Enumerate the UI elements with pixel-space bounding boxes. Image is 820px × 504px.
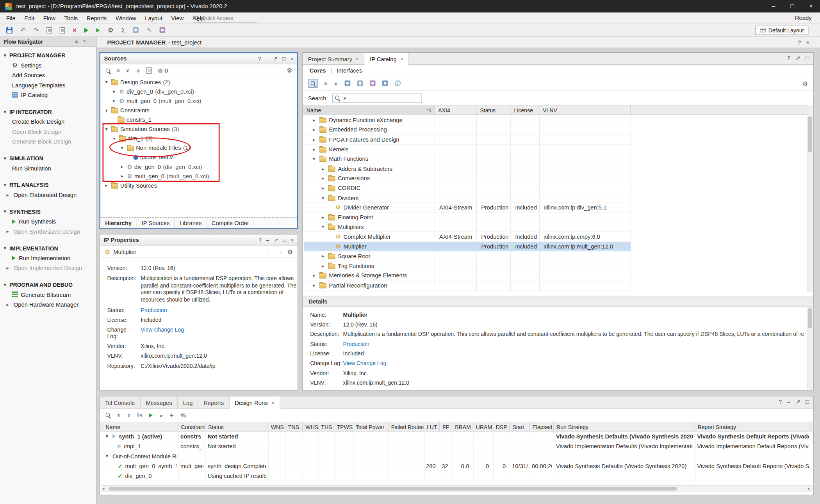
scroll-left-icon[interactable]: ▸ — [103, 486, 105, 491]
catalog-row-multiplier[interactable]: ⚙MultiplierProductionIncludedxilinx.com:… — [304, 242, 631, 252]
source-row-mult-gen-0[interactable]: ▸⚙mult_gen_0(mult_gen_0.xci) — [100, 171, 297, 181]
search-icon[interactable] — [105, 412, 111, 418]
column-header-total-power[interactable]: Total Power — [353, 422, 389, 431]
source-row-sim-1[interactable]: ▾sim_1(3) — [100, 134, 297, 143]
catalog-row-dividers[interactable]: ▾Dividers — [304, 193, 631, 203]
chevron-right-icon[interactable]: ▸ — [311, 147, 317, 152]
column-header-axi4[interactable]: AXI4 — [435, 106, 476, 115]
flow-section-header-rtl-analysis[interactable]: ▾RTL ANALYSIS — [0, 180, 96, 190]
chevron-down-icon[interactable]: ▾ — [103, 126, 109, 131]
run-row-out-of-context-module-runs[interactable]: ▾Out-of-Context Module Runs — [100, 451, 813, 461]
launch-runs-icon[interactable] — [149, 413, 153, 417]
close-tab-icon[interactable]: × — [271, 400, 275, 406]
prop-value[interactable]: Production — [141, 307, 298, 313]
layout-selector[interactable]: Default Layout — [755, 25, 808, 35]
step-forward-icon[interactable]: » — [160, 412, 163, 418]
tab-ip-catalog[interactable]: IP Catalog× — [365, 53, 409, 65]
chevron-down-icon[interactable]: ▾ — [104, 453, 110, 458]
catalog-row-embedded-processing[interactable]: ▸Embedded Processing — [304, 125, 631, 135]
flow-item-open-synthesized-design[interactable]: ▸Open Synthesized Design — [0, 226, 96, 236]
prop-value[interactable]: View Change Log — [141, 327, 298, 333]
chevron-right-icon[interactable]: ▸ — [320, 185, 326, 190]
chevron-right-icon[interactable]: ▸ — [111, 98, 117, 103]
source-row-design-sources[interactable]: ▾Design Sources(2) — [100, 77, 297, 87]
column-header-tpws[interactable]: TPWS — [334, 422, 353, 431]
search-input[interactable]: ▾ — [332, 93, 422, 103]
settings-gear-icon[interactable]: ⚙ — [287, 67, 292, 74]
run-row-div-gen-0[interactable]: ✓div_gen_0Using cached IP results — [100, 471, 813, 481]
close-tab-icon[interactable]: × — [356, 56, 359, 62]
flow-item-settings[interactable]: ⚙Settings — [0, 60, 96, 70]
flow-item-open-hardware-manager[interactable]: ▸Open Hardware Manager — [0, 299, 96, 309]
menu-flow[interactable]: Flow — [43, 15, 55, 21]
catalog-row-adders-subtracters[interactable]: ▸Adders & Subtracters — [304, 164, 631, 174]
column-header-report-strategy[interactable]: Report Strategy — [695, 422, 811, 431]
source-row-mult-gen-0[interactable]: ▸⚙mult_gen_0(mult_gen_0.xci) — [100, 96, 297, 105]
scrollbar-thumb[interactable] — [808, 117, 812, 152]
run-row-mult-gen-0-synth-1[interactable]: ✓mult_gen_0_synth_1mult_gen_0synth_desig… — [100, 461, 813, 471]
chevron-down-icon[interactable]: ▾ — [311, 156, 317, 161]
flow-section-header-program-and-debug[interactable]: ▾PROGRAM AND DEBUG — [0, 280, 96, 289]
flow-item-create-block-design[interactable]: Create Block Design — [0, 117, 96, 126]
catalog-row-floating-point[interactable]: ▸Floating Point — [304, 213, 631, 222]
run-row-impl-1[interactable]: impl_1constrs_1Not startedVivado Impleme… — [100, 442, 813, 451]
tab-design-runs[interactable]: Design Runs× — [230, 397, 280, 409]
add-sources-icon[interactable]: + — [136, 67, 140, 74]
source-row-simulation-sources[interactable]: ▾Simulation Sources(3) — [100, 124, 297, 134]
column-header-name[interactable]: Name — [103, 422, 178, 431]
maximize-panel-icon[interactable]: □ — [806, 399, 809, 405]
create-runs-icon[interactable]: + — [169, 412, 173, 418]
chevron-right-icon[interactable]: ▸ — [320, 166, 326, 171]
chevron-right-icon[interactable]: ▸ — [119, 174, 125, 179]
expand-all-icon[interactable]: » — [126, 413, 132, 417]
redo-icon[interactable]: ↷ — [34, 27, 39, 33]
flow-item-generate-bitstream[interactable]: Generate Bitstream — [0, 289, 96, 299]
help-icon[interactable]: ? — [787, 55, 790, 62]
details-vertical-scrollbar[interactable] — [807, 307, 813, 390]
expand-all-icon[interactable]: » — [125, 69, 131, 72]
column-header-status[interactable]: Status — [205, 422, 268, 431]
column-header-start[interactable]: Start — [510, 422, 530, 431]
quick-access-search[interactable]: Quick Access — [194, 14, 257, 22]
expand-all-icon[interactable]: » — [333, 82, 339, 85]
tab-project-summary[interactable]: Project Summary× — [303, 53, 364, 65]
flow-item-run-implementation[interactable]: Run Implementation — [0, 253, 96, 263]
help-icon[interactable]: ? — [779, 399, 782, 405]
menu-window[interactable]: Window — [116, 15, 136, 21]
tab-reports[interactable]: Reports — [198, 397, 230, 409]
settings-gear-icon[interactable]: ⚙ — [287, 248, 293, 255]
customize-ip-icon[interactable] — [370, 80, 376, 86]
collapse-all-icon[interactable]: « — [116, 69, 122, 72]
close-tab-icon[interactable]: × — [400, 56, 403, 62]
chevron-right-icon[interactable]: ▸ — [119, 164, 125, 169]
settings-gear-icon[interactable]: ⚙ — [802, 80, 808, 87]
catalog-row-partial-reconfiguration[interactable]: ▸Partial Reconfiguration — [304, 280, 631, 290]
column-header-tns[interactable]: TNS — [285, 422, 303, 431]
close-context-icon[interactable]: × — [806, 39, 810, 45]
catalog-row-trig-functions[interactable]: ▸Trig Functions — [304, 261, 631, 271]
catalog-row-kernels[interactable]: ▸Kernels — [304, 145, 631, 154]
settings-gear-icon[interactable]: ⚙ — [108, 27, 113, 33]
column-header-status[interactable]: Status — [476, 106, 510, 115]
flow-item-ip-catalog[interactable]: IP Catalog — [0, 90, 96, 99]
chevron-right-icon[interactable]: ▸ — [320, 263, 326, 268]
maximize-panel-icon[interactable]: □ — [283, 237, 286, 243]
flow-section-header-implementation[interactable]: ▾IMPLEMENTATION — [0, 243, 96, 253]
column-header-wns[interactable]: WNS — [268, 422, 285, 431]
menu-reports[interactable]: Reports — [87, 15, 107, 21]
flow-item-add-sources[interactable]: Add Sources — [0, 70, 96, 80]
flow-item-run-synthesis[interactable]: Run Synthesis — [0, 216, 96, 226]
chevron-right-icon[interactable]: ▸ — [320, 254, 326, 259]
close-window-icon[interactable]: × — [808, 3, 815, 10]
column-header-license[interactable]: License — [510, 106, 539, 115]
tab-log[interactable]: Log — [178, 397, 198, 409]
flow-section-header-project-manager[interactable]: ▾PROJECT MANAGER — [0, 51, 96, 60]
collapse-all-icon[interactable]: « — [116, 413, 122, 417]
catalog-vertical-scrollbar[interactable] — [807, 105, 813, 292]
ip-settings-icon[interactable] — [382, 80, 388, 86]
flow-item-language-templates[interactable]: Language Templates — [0, 80, 96, 90]
hierarchy-view-icon[interactable] — [345, 80, 351, 86]
flow-section-header-simulation[interactable]: ▾SIMULATION — [0, 154, 96, 163]
catalog-row-square-root[interactable]: ▸Square Root — [304, 252, 631, 261]
run-all-icon[interactable] — [96, 28, 100, 32]
